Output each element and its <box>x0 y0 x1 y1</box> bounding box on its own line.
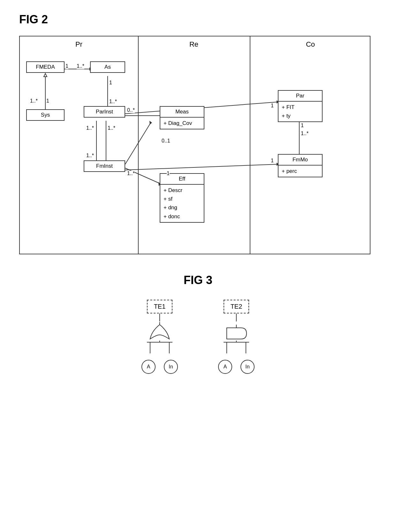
mult-fminst-right: 1..* <box>108 125 115 131</box>
mult-parinst-meas: 0..* <box>127 107 135 113</box>
box-fmeda-title: FMEDA <box>27 62 64 72</box>
box-fmmo-title: FmMo <box>278 155 322 165</box>
box-as: As <box>90 61 125 73</box>
mult-fmeda-sys: 1 <box>46 98 49 104</box>
mult-par-fmmo-mult: 1..* <box>301 131 308 136</box>
or-gate-svg <box>147 321 172 341</box>
and-gate-inputs: A In <box>218 360 255 374</box>
mult-as-parinst-1: 1 <box>109 80 112 86</box>
box-sys-title: Sys <box>27 110 64 120</box>
svg-line-17 <box>125 164 278 170</box>
box-fmeda: FMEDA <box>26 61 65 73</box>
te2-connector <box>236 313 237 321</box>
box-par: Par + FIT+ ty <box>278 90 323 122</box>
box-fmmo-attrs: + perc <box>278 165 322 177</box>
svg-marker-3 <box>44 73 47 77</box>
box-par-attrs: + FIT+ ty <box>278 101 322 121</box>
and-gate-input-a: A <box>218 360 232 374</box>
mult-fmeda-as-mult: 1..* <box>77 63 84 69</box>
and-gate-input-in: In <box>240 360 255 374</box>
or-gate-input-in: In <box>164 360 178 374</box>
fig3-diagram: TE1 A <box>19 300 377 374</box>
box-meas: Meas + Diag_Cov <box>160 106 204 129</box>
box-parinst-title: ParInst <box>84 107 125 117</box>
box-sys: Sys <box>26 109 65 121</box>
svg-marker-12 <box>149 121 152 125</box>
col-header-pr: Pr <box>75 40 82 49</box>
mult-sys-fmeda: 1..* <box>30 98 38 104</box>
mult-meas-bottom: 0..1 <box>162 138 170 144</box>
col-header-re: Re <box>189 40 198 49</box>
col-divider-re-co <box>250 36 250 254</box>
mult-parinst-par: 1 <box>271 103 274 109</box>
mult-parinst-fminst-1: 1..* <box>86 125 94 131</box>
and-gate-svg <box>224 321 249 341</box>
box-eff-attrs: + Descr+ sf+ dng+ donc <box>160 184 204 222</box>
box-parinst: ParInst <box>84 106 125 118</box>
gate-group-2: TE2 A <box>217 300 255 374</box>
mult-eff-1: 1 <box>167 171 170 176</box>
box-meas-attrs: + Diag_Cov <box>160 117 204 129</box>
box-fminst-title: FmInst <box>84 161 125 171</box>
te2-box: TE2 <box>224 300 249 313</box>
fig3-title: FIG 3 <box>19 274 377 287</box>
gate-group-1: TE1 A <box>141 300 179 374</box>
box-fmmo: FmMo + perc <box>278 154 323 177</box>
te1-box: TE1 <box>147 300 173 313</box>
mult-as-parinst-mult: 1..* <box>109 99 117 104</box>
col-divider-pr-re <box>138 36 139 254</box>
mult-fminst-fmmo: 1 <box>271 158 274 164</box>
or-gate-input-a: A <box>141 360 156 374</box>
box-meas-title: Meas <box>160 107 204 117</box>
col-header-co: Co <box>306 40 315 49</box>
mult-fminst-eff-1: 1..* <box>127 171 135 176</box>
fig2-title: FIG 2 <box>19 13 377 26</box>
box-par-title: Par <box>278 91 322 101</box>
mult-fminst-parinst: 1..* <box>86 153 94 158</box>
fig2-diagram: Pr Re Co <box>19 36 370 254</box>
box-eff: Eff + Descr+ sf+ dng+ donc <box>160 173 204 223</box>
mult-par-fmmo-1: 1 <box>301 123 304 128</box>
or-gate-inputs: A In <box>141 360 178 374</box>
box-as-title: As <box>91 62 125 72</box>
box-fminst: FmInst <box>84 160 125 172</box>
mult-fmeda-as-1: 1 <box>65 63 68 69</box>
te1-connector <box>159 313 160 321</box>
